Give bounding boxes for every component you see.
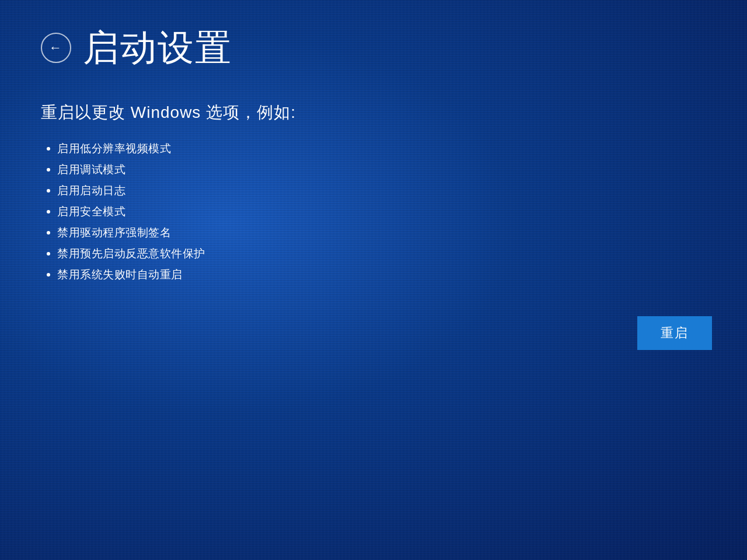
list-item: 启用低分辨率视频模式: [47, 141, 706, 156]
option-text: 启用启动日志: [57, 183, 125, 198]
list-item: 启用调试模式: [47, 162, 706, 177]
back-arrow-icon: ←: [49, 41, 62, 54]
list-item: 启用安全模式: [47, 204, 706, 219]
bullet-icon: [47, 273, 50, 276]
option-text: 启用安全模式: [57, 204, 125, 219]
page-title: 启动设置: [83, 23, 232, 72]
back-button[interactable]: ←: [41, 33, 71, 63]
option-text: 启用低分辨率视频模式: [57, 141, 171, 156]
bullet-icon: [47, 168, 50, 172]
options-list: 启用低分辨率视频模式 启用调试模式 启用启动日志 启用安全模式 禁用驱动程序强制…: [47, 141, 706, 282]
list-item: 禁用系统失败时自动重启: [47, 267, 706, 282]
list-item: 启用启动日志: [47, 183, 706, 198]
list-item: 禁用驱动程序强制签名: [47, 225, 706, 240]
restart-button-container: 重启: [637, 316, 712, 350]
option-text: 禁用预先启动反恶意软件保护: [57, 246, 205, 261]
restart-button[interactable]: 重启: [637, 316, 712, 350]
bullet-icon: [47, 189, 50, 192]
page-background: ← 启动设置 重启以更改 Windows 选项，例如: 启用低分辨率视频模式 启…: [0, 0, 747, 560]
bullet-icon: [47, 210, 50, 214]
bullet-icon: [47, 231, 50, 235]
subtitle-text: 重启以更改 Windows 选项，例如:: [41, 102, 706, 124]
page-header: ← 启动设置: [41, 23, 706, 72]
bullet-icon: [47, 147, 50, 150]
bullet-icon: [47, 252, 50, 256]
list-item: 禁用预先启动反恶意软件保护: [47, 246, 706, 261]
option-text: 禁用系统失败时自动重启: [57, 267, 183, 282]
option-text: 启用调试模式: [57, 162, 125, 177]
option-text: 禁用驱动程序强制签名: [57, 225, 171, 240]
